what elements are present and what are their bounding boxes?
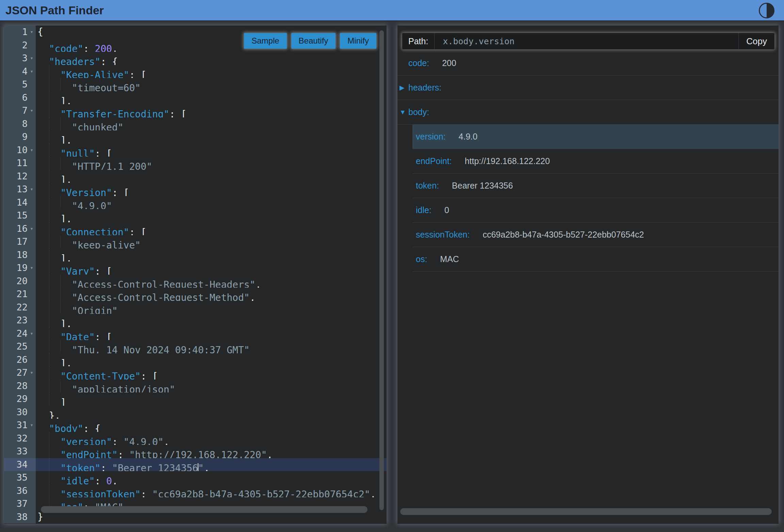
chevron-right-icon[interactable]: ▶ [399,84,408,92]
tree-key: sessionToken: [416,230,470,240]
code-line-23[interactable]: 23], [4,314,387,327]
tree-row-code[interactable]: code:200 [397,51,779,76]
code-text: "Access-Control-Request-Method", [36,288,387,301]
tree-value: 0 [444,205,449,215]
code-text: "Version": [ [36,183,387,196]
tree-row-version[interactable]: version:4.9.0 [412,125,779,149]
fold-arrow-icon[interactable]: ▾ [28,65,36,78]
tree-row-sessionToken[interactable]: sessionToken:cc69a2b8-b47a-4305-b527-22e… [412,223,779,247]
code-line-9[interactable]: 9], [4,130,387,144]
code-line-29[interactable]: 29] [4,392,387,406]
tree-key: code: [408,58,429,68]
code-line-16[interactable]: 16▾"Connection": [ [4,222,387,236]
tree-children: version:4.9.0endPoint:http://192.168.122… [412,125,779,272]
fold-arrow-icon[interactable]: ▾ [28,183,36,196]
editor-vertical-scrollbar[interactable] [379,30,384,510]
path-input[interactable]: x.body.version [435,33,739,49]
tree-row-endPoint[interactable]: endPoint:http://192.168.122.220 [412,149,779,174]
code-text: "Date": [ [36,327,387,340]
code-line-34[interactable]: 34"token": "Bearer 1234356", [4,458,387,471]
minify-button[interactable]: Minify [340,33,376,49]
line-number: 15 [4,209,36,222]
code-text: "token": "Bearer 1234356", [36,458,387,471]
line-number: 7▾ [4,104,36,117]
code-line-14[interactable]: 14"4.9.0" [4,196,387,209]
code-line-30[interactable]: 30}, [4,406,387,419]
code-line-8[interactable]: 8"chunked" [4,117,387,131]
line-number: 10▾ [4,144,36,157]
code-line-27[interactable]: 27▾"Content-Type": [ [4,366,387,380]
code-text: "Connection": [ [36,222,387,236]
fold-arrow-icon[interactable]: ▾ [28,261,36,275]
code-line-3[interactable]: 3▾"headers": { [4,52,387,65]
tree-row-body[interactable]: ▼body: [397,100,779,125]
code-line-18[interactable]: 18], [4,248,387,262]
fold-arrow-icon[interactable]: ▾ [28,144,36,157]
code-line-28[interactable]: 28"application/json" [4,380,387,393]
code-line-25[interactable]: 25"Thu, 14 Nov 2024 09:40:37 GMT" [4,340,387,353]
code-text: "null": [ [36,144,387,157]
sample-button[interactable]: Sample [244,33,287,49]
code-text: "timeout=60" [36,78,387,91]
copy-button[interactable]: Copy [739,33,774,49]
code-line-17[interactable]: 17"keep-alive" [4,235,387,248]
code-line-33[interactable]: 33"endPoint": "http://192.168.122.220", [4,445,387,458]
code-line-19[interactable]: 19▾"Vary": [ [4,261,387,275]
tree-row-headers[interactable]: ▶headers: [397,76,779,100]
code-line-6[interactable]: 6], [4,91,387,104]
code-line-35[interactable]: 35"idle": 0, [4,471,387,484]
code-line-20[interactable]: 20"Access-Control-Request-Headers", [4,275,387,288]
chevron-down-icon[interactable]: ▼ [399,109,408,116]
json-tree: code:200▶headers:▼body:version:4.9.0endP… [397,51,779,272]
line-number: 38 [4,511,36,524]
line-number: 3▾ [4,52,36,65]
inspector-horizontal-scrollbar[interactable] [400,508,772,515]
fold-arrow-icon[interactable]: ▾ [28,366,36,380]
fold-arrow-icon[interactable]: ▾ [28,52,36,65]
code-line-13[interactable]: 13▾"Version": [ [4,183,387,196]
code-line-4[interactable]: 4▾"Keep-Alive": [ [4,65,387,78]
code-text: "idle": 0, [36,471,387,484]
code-text: ], [36,170,387,183]
code-line-26[interactable]: 26], [4,353,387,367]
path-label: Path: [402,33,435,49]
code-line-15[interactable]: 15], [4,209,387,222]
theme-toggle-icon[interactable] [759,3,774,18]
tree-value: Bearer 1234356 [452,181,513,191]
line-number: 25 [4,340,36,353]
code-line-31[interactable]: 31▾"body": { [4,419,387,432]
tree-row-idle[interactable]: idle:0 [412,198,779,223]
code-line-24[interactable]: 24▾"Date": [ [4,327,387,340]
code-line-10[interactable]: 10▾"null": [ [4,144,387,157]
tree-key: os: [416,254,427,264]
tree-row-token[interactable]: token:Bearer 1234356 [412,174,779,198]
line-number: 27▾ [4,366,36,380]
line-number: 11 [4,157,36,170]
code-text: "Access-Control-Request-Headers", [36,275,387,288]
fold-arrow-icon[interactable]: ▾ [28,26,36,39]
line-number: 20 [4,275,36,288]
code-line-11[interactable]: 11"HTTP/1.1 200" [4,157,387,170]
code-line-21[interactable]: 21"Access-Control-Request-Method", [4,288,387,301]
code-line-5[interactable]: 5"timeout=60" [4,78,387,91]
code-line-7[interactable]: 7▾"Transfer-Encoding": [ [4,104,387,117]
fold-arrow-icon[interactable]: ▾ [28,327,36,340]
fold-arrow-icon[interactable]: ▾ [28,104,36,117]
fold-arrow-icon[interactable]: ▾ [28,222,36,236]
code-line-32[interactable]: 32"version": "4.9.0", [4,432,387,445]
line-number: 9 [4,130,36,144]
beautify-button[interactable]: Beautify [291,33,336,49]
code-line-12[interactable]: 12], [4,170,387,183]
code-line-36[interactable]: 36"sessionToken": "cc69a2b8-b47a-4305-b5… [4,484,387,498]
editor-horizontal-scrollbar[interactable] [41,506,368,513]
tree-value: http://192.168.122.220 [465,156,550,166]
line-number: 2 [4,39,36,52]
code-editor[interactable]: 1▾{2"code": 200,3▾"headers": {4▾"Keep-Al… [4,26,387,524]
code-line-22[interactable]: 22"Origin" [4,301,387,314]
code-text: "version": "4.9.0", [36,432,387,445]
tree-row-os[interactable]: os:MAC [412,247,779,272]
code-text: "keep-alive" [36,235,387,248]
fold-arrow-icon[interactable]: ▾ [28,419,36,432]
code-text: ], [36,248,387,262]
tree-key: headers: [408,83,441,93]
